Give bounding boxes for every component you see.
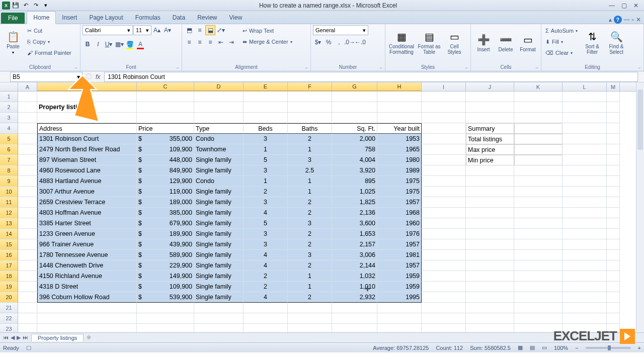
cell-I14[interactable] [422, 229, 466, 239]
column-header-G[interactable]: G [332, 82, 377, 91]
cell-J5[interactable]: Total listings [466, 134, 514, 144]
cell-J3[interactable] [466, 113, 514, 123]
cell-D5[interactable]: Condo [194, 134, 244, 144]
cell-G8[interactable]: 3,920 [332, 165, 377, 176]
cell-G20[interactable]: 2,932 [332, 292, 377, 303]
cell-F1[interactable] [288, 92, 332, 102]
cell-A9[interactable] [18, 176, 37, 187]
select-all-corner[interactable] [0, 82, 18, 91]
cell-F8[interactable]: 2.5 [288, 165, 332, 176]
cell-H19[interactable]: 1959 [377, 282, 422, 292]
cell-C8[interactable]: $849,900 [137, 165, 194, 176]
italic-button[interactable]: I [93, 39, 103, 49]
cell-I21[interactable] [422, 303, 466, 313]
row-header-19[interactable]: 19 [0, 282, 18, 292]
cell-M6[interactable] [607, 144, 620, 155]
cell-K7[interactable] [514, 155, 562, 165]
row-header-16[interactable]: 16 [0, 250, 18, 260]
cell-I17[interactable] [422, 260, 466, 271]
cell-E11[interactable]: 3 [244, 197, 288, 208]
cell-M13[interactable] [607, 218, 620, 229]
cell-styles-button[interactable]: ▭Cell Styles [443, 25, 466, 60]
row-header-22[interactable]: 22 [0, 313, 18, 324]
column-header-C[interactable]: C [137, 82, 194, 91]
cell-D15[interactable]: Single family [194, 239, 244, 250]
sort-filter-button[interactable]: ⇅Sort & Filter [581, 25, 604, 60]
cell-G14[interactable]: 1,653 [332, 229, 377, 239]
cell-J2[interactable] [466, 102, 514, 113]
cell-A4[interactable] [18, 123, 37, 134]
cell-B17[interactable]: 1448 Chenoweth Drive [37, 260, 137, 271]
cell-C11[interactable]: $189,000 [137, 197, 194, 208]
cell-B12[interactable]: 4803 Hoffman Avenue [37, 208, 137, 218]
row-header-8[interactable]: 8 [0, 165, 18, 176]
cell-L14[interactable] [562, 229, 607, 239]
cell-B21[interactable] [37, 303, 137, 313]
cell-H20[interactable]: 1995 [377, 292, 422, 303]
cell-A16[interactable] [18, 250, 37, 260]
tab-page-layout[interactable]: Page Layout [83, 12, 129, 24]
cell-B20[interactable]: 396 Coburn Hollow Road [37, 292, 137, 303]
cell-L17[interactable] [562, 260, 607, 271]
fill-color-button[interactable]: 🪣 [125, 39, 135, 49]
row-header-23[interactable]: 23 [0, 324, 18, 332]
cell-G13[interactable]: 3,600 [332, 218, 377, 229]
cell-C13[interactable]: $679,900 [137, 218, 194, 229]
cell-B9[interactable]: 4883 Hartland Avenue [37, 176, 137, 187]
cell-I3[interactable] [422, 113, 466, 123]
workbook-minimize-icon[interactable]: — [624, 16, 630, 23]
underline-button[interactable]: U▾ [104, 39, 114, 49]
row-header-6[interactable]: 6 [0, 144, 18, 155]
cell-M7[interactable] [607, 155, 620, 165]
row-header-13[interactable]: 13 [0, 218, 18, 229]
zoom-level[interactable]: 100% [554, 345, 568, 351]
cell-G12[interactable]: 2,136 [332, 208, 377, 218]
cell-H6[interactable]: 1965 [377, 144, 422, 155]
cell-L22[interactable] [562, 313, 607, 324]
cell-G22[interactable] [332, 313, 377, 324]
cell-G15[interactable]: 2,157 [332, 239, 377, 250]
cell-A12[interactable] [18, 208, 37, 218]
cell-J4[interactable]: Summary [466, 123, 514, 134]
cell-D13[interactable]: Single family [194, 218, 244, 229]
cell-G3[interactable] [332, 113, 377, 123]
cell-G9[interactable]: 895 [332, 176, 377, 187]
cell-G7[interactable]: 4,004 [332, 155, 377, 165]
cell-H3[interactable] [377, 113, 422, 123]
cell-L21[interactable] [562, 303, 607, 313]
new-sheet-icon[interactable]: ✻ [87, 334, 91, 341]
cell-J11[interactable] [466, 197, 514, 208]
cell-F12[interactable]: 2 [288, 208, 332, 218]
cell-F13[interactable]: 3 [288, 218, 332, 229]
view-layout-icon[interactable]: ▤ [530, 344, 535, 351]
cell-K12[interactable] [514, 208, 562, 218]
shrink-font-icon[interactable]: A▾ [163, 25, 173, 35]
row-header-11[interactable]: 11 [0, 197, 18, 208]
cell-H23[interactable] [377, 324, 422, 332]
cell-D12[interactable]: Single family [194, 208, 244, 218]
cell-B7[interactable]: 897 Wiseman Street [37, 155, 137, 165]
cell-F23[interactable] [288, 324, 332, 332]
cell-M15[interactable] [607, 239, 620, 250]
cell-M16[interactable] [607, 250, 620, 260]
cell-K11[interactable] [514, 197, 562, 208]
zoom-in-icon[interactable]: + [638, 345, 641, 351]
cell-F15[interactable]: 2 [288, 239, 332, 250]
close-icon[interactable]: ✕ [630, 2, 642, 10]
align-middle-icon[interactable]: ≡ [195, 25, 205, 35]
cell-L16[interactable] [562, 250, 607, 260]
tab-formulas[interactable]: Formulas [129, 12, 167, 24]
cell-J18[interactable] [466, 271, 514, 282]
percent-button[interactable]: % [324, 37, 334, 47]
row-header-1[interactable]: 1 [0, 92, 18, 102]
cell-E18[interactable]: 2 [244, 271, 288, 282]
row-header-9[interactable]: 9 [0, 176, 18, 187]
cell-K8[interactable] [514, 165, 562, 176]
cell-E23[interactable] [244, 324, 288, 332]
cell-J7[interactable]: Min price [466, 155, 514, 165]
cell-L6[interactable] [562, 144, 607, 155]
cell-F6[interactable]: 1 [288, 144, 332, 155]
cell-E6[interactable]: 1 [244, 144, 288, 155]
cell-L18[interactable] [562, 271, 607, 282]
cell-D14[interactable]: Single family [194, 229, 244, 239]
